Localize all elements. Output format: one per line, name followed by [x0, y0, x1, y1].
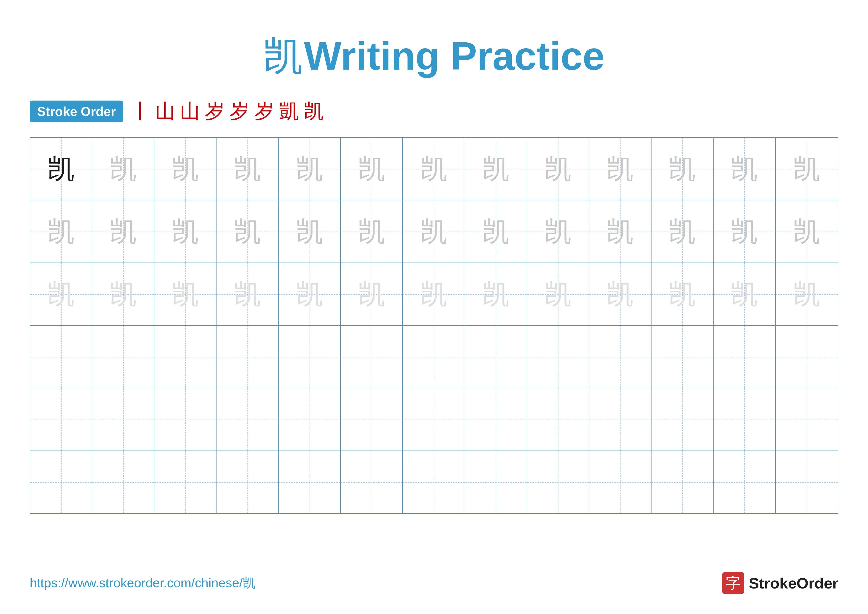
grid-cell[interactable]: 凯 [589, 201, 651, 263]
grid-cell[interactable]: 凯 [279, 451, 341, 513]
grid-cell[interactable]: 凯 [403, 451, 465, 513]
stroke-steps: 丨 山 山 岁 岁 岁 凱 凯 [131, 98, 324, 125]
grid-cell[interactable]: 凯 [403, 201, 465, 263]
grid-cell[interactable]: 凯 [403, 389, 465, 451]
grid-cell[interactable]: 凯 [154, 451, 217, 513]
grid-cell[interactable]: 凯 [527, 451, 589, 513]
grid-cell[interactable]: 凯 [30, 263, 92, 325]
grid-cell[interactable]: 凯 [30, 201, 92, 263]
stroke-step-6: 岁 [254, 98, 274, 125]
grid-cell[interactable]: 凯 [92, 201, 154, 263]
practice-char: 凯 [544, 343, 572, 370]
grid-cell[interactable]: 凯 [651, 451, 714, 513]
grid-cell[interactable]: 凯 [217, 389, 279, 451]
grid-cell[interactable]: 凯 [527, 263, 589, 325]
practice-char: 凯 [358, 343, 385, 370]
grid-cell[interactable]: 凯 [527, 138, 589, 200]
practice-char: 凯 [731, 406, 758, 433]
practice-char: 凯 [420, 155, 447, 183]
grid-cell[interactable]: 凯 [30, 326, 92, 388]
practice-char: 凯 [482, 155, 510, 183]
grid-cell[interactable]: 凯 [776, 138, 838, 200]
grid-cell[interactable]: 凯 [714, 389, 776, 451]
practice-char: 凯 [731, 281, 758, 308]
grid-cell[interactable]: 凯 [341, 263, 403, 325]
grid-cell[interactable]: 凯 [403, 326, 465, 388]
grid-cell[interactable]: 凯 [651, 389, 714, 451]
grid-cell[interactable]: 凯 [341, 451, 403, 513]
grid-cell[interactable]: 凯 [341, 138, 403, 200]
grid-cell[interactable]: 凯 [776, 201, 838, 263]
grid-cell[interactable]: 凯 [589, 138, 651, 200]
grid-cell[interactable]: 凯 [465, 263, 527, 325]
grid-cell[interactable]: 凯 [714, 138, 776, 200]
practice-char: 凯 [793, 469, 820, 496]
grid-cell[interactable]: 凯 [154, 201, 217, 263]
practice-char: 凯 [731, 218, 758, 245]
grid-cell[interactable]: 凯 [651, 201, 714, 263]
grid-cell[interactable]: 凯 [589, 263, 651, 325]
grid-cell[interactable]: 凯 [279, 326, 341, 388]
grid-cell[interactable]: 凯 [92, 263, 154, 325]
practice-char: 凯 [234, 155, 261, 183]
practice-char: 凯 [358, 218, 385, 245]
practice-char: 凯 [668, 218, 696, 245]
grid-cell[interactable]: 凯 [776, 263, 838, 325]
grid-cell[interactable]: 凯 [403, 138, 465, 200]
grid-cell[interactable]: 凯 [92, 389, 154, 451]
grid-cell[interactable]: 凯 [589, 389, 651, 451]
grid-cell[interactable]: 凯 [714, 263, 776, 325]
title-chinese-char: 凯 [263, 34, 303, 78]
grid-cell[interactable]: 凯 [30, 451, 92, 513]
grid-cell[interactable]: 凯 [217, 451, 279, 513]
grid-cell[interactable]: 凯 [589, 326, 651, 388]
grid-cell[interactable]: 凯 [589, 451, 651, 513]
grid-cell[interactable]: 凯 [341, 326, 403, 388]
grid-cell[interactable]: 凯 [465, 138, 527, 200]
practice-char: 凯 [482, 406, 510, 433]
practice-char: 凯 [420, 406, 447, 433]
grid-cell[interactable]: 凯 [217, 138, 279, 200]
grid-cell[interactable]: 凯 [465, 201, 527, 263]
practice-char: 凯 [606, 406, 634, 433]
grid-cell[interactable]: 凯 [714, 451, 776, 513]
grid-cell[interactable]: 凯 [279, 138, 341, 200]
grid-cell[interactable]: 凯 [341, 389, 403, 451]
grid-cell[interactable]: 凯 [776, 326, 838, 388]
grid-cell[interactable]: 凯 [217, 263, 279, 325]
grid-cell[interactable]: 凯 [154, 138, 217, 200]
grid-cell[interactable]: 凯 [154, 326, 217, 388]
grid-cell[interactable]: 凯 [714, 201, 776, 263]
grid-cell[interactable]: 凯 [776, 451, 838, 513]
grid-cell[interactable]: 凯 [30, 138, 92, 200]
grid-cell[interactable]: 凯 [154, 263, 217, 325]
grid-cell[interactable]: 凯 [714, 326, 776, 388]
practice-char: 凯 [544, 406, 572, 433]
practice-char: 凯 [358, 406, 385, 433]
grid-cell[interactable]: 凯 [465, 451, 527, 513]
grid-cell[interactable]: 凯 [651, 138, 714, 200]
grid-cell[interactable]: 凯 [527, 326, 589, 388]
grid-cell[interactable]: 凯 [465, 389, 527, 451]
grid-cell[interactable]: 凯 [527, 389, 589, 451]
grid-row-5: 凯 凯 凯 凯 凯 凯 凯 凯 凯 凯 凯 凯 凯 [30, 389, 838, 451]
footer-logo: 字 StrokeOrder [722, 572, 838, 594]
grid-cell[interactable]: 凯 [651, 263, 714, 325]
grid-cell[interactable]: 凯 [776, 389, 838, 451]
grid-cell[interactable]: 凯 [403, 263, 465, 325]
grid-cell[interactable]: 凯 [217, 326, 279, 388]
grid-cell[interactable]: 凯 [92, 138, 154, 200]
grid-cell[interactable]: 凯 [92, 326, 154, 388]
grid-cell[interactable]: 凯 [217, 201, 279, 263]
grid-cell[interactable]: 凯 [279, 389, 341, 451]
grid-cell[interactable]: 凯 [465, 326, 527, 388]
grid-cell[interactable]: 凯 [279, 263, 341, 325]
grid-cell[interactable]: 凯 [279, 201, 341, 263]
grid-cell[interactable]: 凯 [651, 326, 714, 388]
practice-char: 凯 [544, 155, 572, 183]
grid-cell[interactable]: 凯 [92, 451, 154, 513]
grid-cell[interactable]: 凯 [30, 389, 92, 451]
grid-cell[interactable]: 凯 [154, 389, 217, 451]
grid-cell[interactable]: 凯 [341, 201, 403, 263]
grid-cell[interactable]: 凯 [527, 201, 589, 263]
